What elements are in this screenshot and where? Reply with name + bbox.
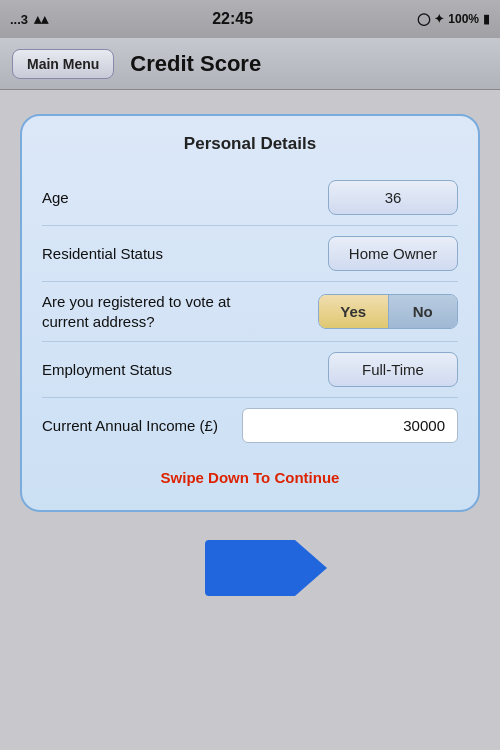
age-value-container: 36 [318,180,458,215]
employment-status-value-container: Full-Time [318,352,458,387]
status-time: 22:45 [212,10,253,28]
vote-row: Are you registered to vote at current ad… [42,282,458,341]
arrow-wrapper [205,540,295,596]
battery-text: 100% [448,12,479,26]
content-area: Personal Details Age 36 Residential Stat… [0,90,500,616]
main-menu-button[interactable]: Main Menu [12,49,114,79]
vote-label: Are you registered to vote at current ad… [42,292,262,331]
age-label: Age [42,188,69,208]
battery-icon: ▮ [483,12,490,26]
residential-status-label: Residential Status [42,244,163,264]
yes-no-toggle: Yes No [318,294,458,329]
nav-bar: Main Menu Credit Score [0,38,500,90]
employment-status-label: Employment Status [42,360,172,380]
income-row: Current Annual Income (£) [42,398,458,453]
income-input[interactable] [242,408,458,443]
age-select-button[interactable]: 36 [328,180,458,215]
employment-status-row: Employment Status Full-Time [42,342,458,397]
age-row: Age 36 [42,170,458,225]
vote-toggle-container: Yes No [318,294,458,329]
wifi-icon: ▴▴ [34,11,48,27]
personal-details-card: Personal Details Age 36 Residential Stat… [20,114,480,512]
income-value-container [242,408,458,443]
swipe-hint: Swipe Down To Continue [42,469,458,486]
signal-text: ...3 [10,12,28,27]
residential-status-row: Residential Status Home Owner [42,226,458,281]
nav-title: Credit Score [130,51,261,77]
status-signal: ...3 ▴▴ [10,11,48,27]
clock-icon: ◯ [417,12,430,26]
no-button[interactable]: No [389,295,458,328]
arrow-shape [205,540,295,596]
card-title: Personal Details [42,134,458,154]
bluetooth-icon: ✦ [434,12,444,26]
residential-status-value-container: Home Owner [318,236,458,271]
employment-status-select-button[interactable]: Full-Time [328,352,458,387]
income-label: Current Annual Income (£) [42,416,218,436]
status-right-area: ◯ ✦ 100% ▮ [417,12,490,26]
yes-button[interactable]: Yes [319,295,389,328]
residential-status-select-button[interactable]: Home Owner [328,236,458,271]
arrow-container [205,540,295,596]
status-bar: ...3 ▴▴ 22:45 ◯ ✦ 100% ▮ [0,0,500,38]
